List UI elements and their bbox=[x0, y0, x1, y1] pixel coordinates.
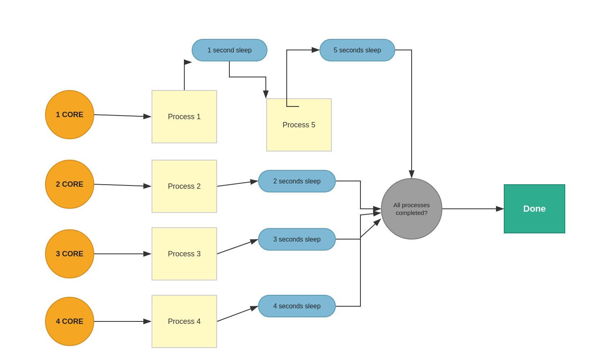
sleep-3: 3 seconds sleep bbox=[258, 228, 336, 251]
process-5: Process 5 bbox=[266, 98, 332, 151]
decision-node: All processes completed? bbox=[381, 178, 442, 240]
svg-line-6 bbox=[217, 240, 258, 254]
sleep-1: 1 second sleep bbox=[192, 39, 267, 61]
process-4: Process 4 bbox=[152, 295, 217, 348]
process-2: Process 2 bbox=[152, 160, 217, 213]
done-node: Done bbox=[504, 184, 565, 233]
core-1: 1 CORE bbox=[45, 90, 94, 139]
process-1: Process 1 bbox=[152, 90, 217, 143]
diagram-container: 1 CORE 2 CORE 3 CORE 4 CORE Process 1 Pr… bbox=[0, 0, 598, 364]
svg-line-5 bbox=[217, 181, 258, 186]
core-2: 2 CORE bbox=[45, 160, 94, 209]
svg-line-7 bbox=[217, 306, 258, 321]
sleep-5: 5 seconds sleep bbox=[319, 39, 395, 61]
sleep-4: 4 seconds sleep bbox=[258, 295, 336, 317]
core-4: 4 CORE bbox=[45, 297, 94, 346]
process-3: Process 3 bbox=[152, 227, 217, 280]
svg-line-1 bbox=[94, 115, 151, 117]
core-3: 3 CORE bbox=[45, 229, 94, 278]
svg-line-2 bbox=[94, 184, 151, 186]
sleep-2: 2 seconds sleep bbox=[258, 170, 336, 192]
